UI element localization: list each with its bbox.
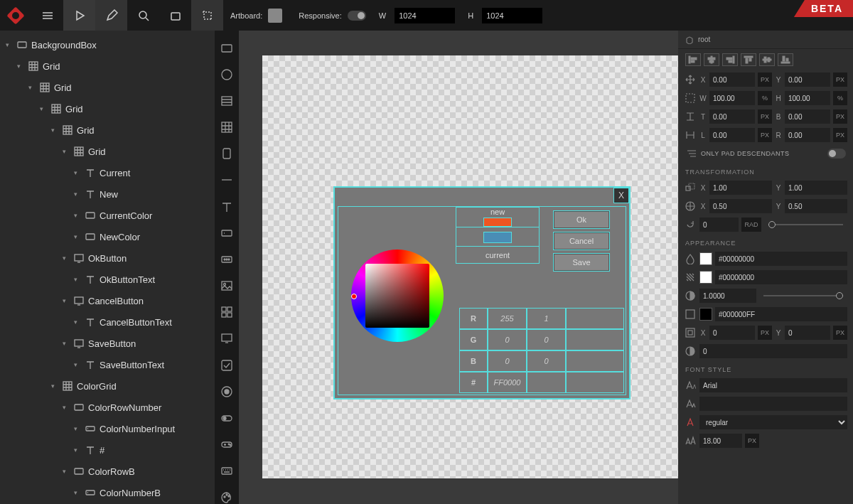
tree-item[interactable]: ▾OkButton <box>0 247 215 269</box>
align-center-v[interactable] <box>759 53 775 66</box>
bottom-input[interactable] <box>785 109 830 124</box>
scale-x-input[interactable] <box>709 181 772 195</box>
search-button[interactable] <box>127 0 159 31</box>
tree-item[interactable]: ▾# <box>0 439 215 461</box>
export-button[interactable] <box>159 0 191 31</box>
align-center-h[interactable] <box>704 53 719 66</box>
pos-x-input[interactable] <box>709 73 755 87</box>
tree-item[interactable]: ▾SaveButtonText <box>0 354 215 375</box>
menu-button[interactable] <box>31 0 63 31</box>
top-input[interactable] <box>709 109 755 124</box>
scale-y-input[interactable] <box>785 181 847 195</box>
border-y-input[interactable] <box>785 326 830 340</box>
tree-item[interactable]: ▾ColorRowNumber <box>0 397 215 418</box>
rgb-value[interactable]: 0 <box>488 329 527 350</box>
rgb-slider[interactable] <box>566 308 624 329</box>
left-input[interactable] <box>709 128 755 142</box>
ok-button[interactable]: Ok <box>554 211 609 228</box>
tree-item[interactable]: ▾SaveButton <box>0 333 215 354</box>
align-right[interactable] <box>722 53 738 66</box>
tree-item[interactable]: ▾Grid <box>0 77 215 98</box>
save-button[interactable]: Save <box>554 254 609 271</box>
height-input[interactable] <box>785 91 830 105</box>
rgb-slider[interactable] <box>566 329 624 350</box>
tree-item[interactable]: ▾NewColor <box>0 226 215 247</box>
rgb-value[interactable]: 255 <box>488 308 527 329</box>
tool-palette[interactable] <box>220 490 234 504</box>
tool-line[interactable] <box>220 173 234 187</box>
width-input[interactable] <box>709 91 755 105</box>
play-button[interactable] <box>63 0 95 31</box>
align-left[interactable] <box>685 53 701 66</box>
tool-circle[interactable] <box>220 68 234 81</box>
tool-text[interactable] <box>220 200 234 213</box>
inspector-panel[interactable]: root XPX YPX W% H% TPX BPX LPX RPX ONLY … <box>678 31 853 504</box>
bg-swatch[interactable] <box>699 271 712 284</box>
opacity-slider[interactable] <box>763 295 843 296</box>
rotation-slider[interactable] <box>768 224 843 225</box>
rgb-value-2[interactable]: 1 <box>527 308 566 329</box>
tint-swatch[interactable] <box>699 252 712 265</box>
contrast-input[interactable] <box>699 344 847 358</box>
breadcrumb-root[interactable]: root <box>698 36 710 43</box>
pos-y-input[interactable] <box>785 73 830 87</box>
tree-item[interactable]: ▾Grid <box>0 55 215 77</box>
pivot-y-input[interactable] <box>785 199 847 213</box>
dialog-close-button[interactable]: X <box>613 188 629 203</box>
border-color-input[interactable] <box>715 307 847 321</box>
tool-radio[interactable] <box>220 385 234 398</box>
tree-item[interactable]: ▾CurrentColor <box>0 205 215 226</box>
tree-item[interactable]: ▾ColorNumberInput <box>0 418 215 439</box>
tree-item[interactable]: ▾ColorGrid <box>0 375 215 397</box>
canvas[interactable]: X new current <box>239 31 678 504</box>
rgb-slider[interactable] <box>566 372 624 393</box>
tool-screen[interactable] <box>220 332 234 345</box>
font-family-input[interactable] <box>699 378 847 392</box>
rgb-value[interactable]: 0 <box>488 350 527 372</box>
crop-button[interactable] <box>191 0 223 31</box>
tree-item[interactable]: ▾Current <box>0 162 215 183</box>
hierarchy-panel[interactable]: ▾BackgroundBox▾Grid▾Grid▾Grid▾Grid▾Grid▾… <box>0 31 215 504</box>
color-dialog[interactable]: X new current <box>333 186 631 400</box>
tool-keyboard[interactable] <box>220 464 234 478</box>
artboard-surface[interactable]: X new current <box>262 55 678 478</box>
artboard-height-input[interactable] <box>482 8 542 23</box>
tool-components[interactable] <box>220 306 234 319</box>
tree-item[interactable]: ▾Grid <box>0 98 215 119</box>
border-x-input[interactable] <box>709 326 755 340</box>
edit-button[interactable] <box>95 0 127 31</box>
rotation-input[interactable] <box>699 218 739 232</box>
tree-item[interactable]: ▾BackgroundBox <box>0 34 215 55</box>
font-weight-select[interactable]: regular <box>699 415 847 429</box>
color-wheel[interactable] <box>351 250 444 342</box>
tool-toggle[interactable] <box>220 411 234 424</box>
rgb-value-2[interactable] <box>527 372 566 393</box>
rgb-slider[interactable] <box>566 350 624 372</box>
opacity-input[interactable] <box>699 289 756 303</box>
right-input[interactable] <box>785 128 830 142</box>
tree-item[interactable]: ▾OkButtonText <box>0 269 215 290</box>
rgb-value-2[interactable]: 0 <box>527 350 566 372</box>
artboard-preview[interactable] <box>268 9 282 23</box>
tool-rect[interactable] <box>220 41 234 55</box>
border-swatch[interactable] <box>699 308 712 321</box>
cancel-button[interactable]: Cancel <box>554 232 609 250</box>
font-variant-input[interactable] <box>699 397 847 411</box>
tree-item[interactable]: ▾New <box>0 183 215 205</box>
tree-item[interactable]: ▾Grid <box>0 119 215 141</box>
tool-list[interactable] <box>220 94 234 107</box>
align-top[interactable] <box>741 53 756 66</box>
tool-grid[interactable] <box>220 121 234 134</box>
tree-item[interactable]: ▾ColorRowB <box>0 461 215 482</box>
font-size-input[interactable] <box>699 434 742 448</box>
tint-input[interactable] <box>715 252 847 266</box>
tree-item[interactable]: ▾Grid <box>0 141 215 162</box>
tool-device[interactable] <box>220 147 234 161</box>
tool-gamepad[interactable] <box>220 438 234 451</box>
align-bottom[interactable] <box>778 53 793 66</box>
pivot-x-input[interactable] <box>709 199 772 213</box>
tool-checkbox[interactable] <box>220 358 234 372</box>
tree-item[interactable]: ▾CancelButton <box>0 290 215 311</box>
tool-image[interactable] <box>220 279 234 293</box>
only-pad-toggle[interactable] <box>827 149 846 159</box>
